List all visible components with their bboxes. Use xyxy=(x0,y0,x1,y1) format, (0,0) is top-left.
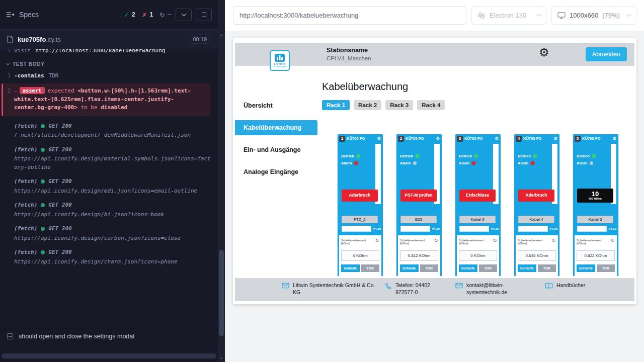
footer-manuals[interactable]: Handbücher xyxy=(545,282,585,289)
command-arg: http://localhost:3000/kabelueberwachung xyxy=(35,49,165,55)
test-checkbox-icon xyxy=(7,333,13,339)
scroll-up-icon[interactable]: ▲ xyxy=(218,33,225,36)
fetch-log-entry[interactable]: (fetch)GET 200 https://api.iconify.desig… xyxy=(0,222,215,245)
failed-assert-entry[interactable]: 2 -assertexpected <button.w-[50%].h-[1.5… xyxy=(2,83,211,116)
tdr-button[interactable]: TDR xyxy=(361,264,380,272)
cable-name: Kabel 3 xyxy=(459,216,496,223)
device-gear-icon[interactable]: ⚙ xyxy=(377,136,381,141)
betrieb-led xyxy=(357,154,360,158)
device-gear-icon[interactable]: ⚙ xyxy=(495,136,499,141)
passed-count: ✓2 xyxy=(124,11,135,19)
settings-gear-icon[interactable]: ⚙ xyxy=(539,46,549,59)
sidebar-item-ein-und-ausgaenge[interactable]: Ein- und Ausgänge xyxy=(235,142,317,157)
betrieb-led xyxy=(474,154,478,158)
visit-command[interactable]: 1 visit http://localhost:3000/kabelueber… xyxy=(0,49,215,57)
status-banner: Aderbruch xyxy=(518,190,554,202)
device-field xyxy=(518,226,548,232)
device-field xyxy=(342,226,371,232)
scroll-down-icon[interactable]: ▼ xyxy=(218,357,225,360)
betrieb-led xyxy=(416,154,419,158)
schleife-button[interactable]: Schleife xyxy=(341,264,360,272)
horizontal-scrollbar-thumb[interactable] xyxy=(2,353,216,358)
next-test-row[interactable]: should open and close the settings modal xyxy=(0,327,218,345)
pending-icon: ↻ xyxy=(159,11,165,19)
specs-menu[interactable]: Specs xyxy=(6,11,39,19)
spec-file-row[interactable]: kue705fo.cy.ts 00:19 xyxy=(0,29,218,49)
tdr-button[interactable]: TDR xyxy=(597,264,615,272)
sidebar-item-kabelueberwachung[interactable]: Kabelüberwachung xyxy=(235,120,317,135)
browser-label: Electron 130 xyxy=(490,12,526,19)
device-gear-icon[interactable]: ⚙ xyxy=(436,136,440,141)
device-gear-icon[interactable]: ⚙ xyxy=(612,136,617,141)
tdr-button[interactable]: TDR xyxy=(479,264,498,272)
browser-select[interactable]: Electron 130 xyxy=(471,6,546,25)
spec-file-icon xyxy=(7,36,13,43)
schleife-button[interactable]: Schleife xyxy=(518,264,536,272)
footer-email[interactable]: kontakt@littwin-systemtechnik.de xyxy=(455,282,544,296)
device-gear-icon[interactable]: ⚙ xyxy=(553,136,558,141)
device-number-badge: 4 xyxy=(516,136,522,142)
fetch-body: (fetch)GET 200 https://api.iconify.desig… xyxy=(14,201,164,219)
status-banner: PST-M prüfen xyxy=(400,190,437,202)
resistance-value: 0 KOhm xyxy=(459,250,497,261)
measurement-label: Schleifenwiderstand [kOhm] xyxy=(400,239,434,245)
refresh-icon[interactable]: ↻ xyxy=(611,239,615,243)
fetch-log-entry[interactable]: (fetch)GET 200 https://api.iconify.desig… xyxy=(0,198,215,222)
horizontal-scrollbar[interactable] xyxy=(0,353,218,358)
fetch-log-entry[interactable]: (fetch)GET 200 /_next/static/development… xyxy=(0,119,215,143)
phone-icon xyxy=(385,283,392,290)
assert-message: -assertexpected <button.w-[50%].h-[1.563… xyxy=(14,87,207,112)
iso-unit: ISO MOhm xyxy=(589,198,602,201)
fetch-log-entry[interactable]: (fetch)GET 200 https://api.iconify.desig… xyxy=(0,245,215,269)
contains-command[interactable]: 1 -contains TDR xyxy=(0,70,215,82)
fetch-log-entry[interactable]: (fetch)GET 200 https://api.iconify.desig… xyxy=(0,174,215,198)
vertical-scrollbar-thumb[interactable] xyxy=(219,250,224,336)
device-number-badge: 2 xyxy=(398,136,404,142)
stop-tests-button[interactable] xyxy=(196,9,212,21)
tab-rack-3[interactable]: Rack 3 xyxy=(385,100,413,110)
logo-text: LITTWIN xyxy=(274,62,285,65)
line-number: 2 xyxy=(3,87,14,112)
resistance-value: 0 KOhm xyxy=(341,250,379,261)
specs-label: Specs xyxy=(19,11,39,19)
schleife-button[interactable]: Schleife xyxy=(459,264,477,272)
alarm-led xyxy=(590,161,593,165)
refresh-icon[interactable]: ↻ xyxy=(375,239,379,243)
tab-rack-4[interactable]: Rack 4 xyxy=(417,100,445,110)
viewport-size-select[interactable]: 1000x660 (79%) xyxy=(551,6,636,25)
betrieb-label: Betrieb xyxy=(400,154,413,158)
specs-list-icon xyxy=(6,12,15,18)
measurement-panel: Schleifenwiderstand [kOhm]↻ 0.822 KOhm S… xyxy=(575,235,617,276)
refresh-icon[interactable]: ↻ xyxy=(434,239,438,243)
device-field xyxy=(400,226,430,232)
firmware-version: V4.19 xyxy=(491,227,499,230)
url-input[interactable] xyxy=(233,6,466,25)
fetch-log-entry[interactable]: (fetch)GET 200 https://api.iconify.desig… xyxy=(0,143,215,175)
line-number xyxy=(3,201,14,219)
alarm-led xyxy=(531,161,534,165)
schleife-button[interactable]: Schleife xyxy=(400,264,419,272)
tab-rack-1[interactable]: Rack 1 xyxy=(322,100,350,110)
refresh-icon[interactable]: ↻ xyxy=(552,239,556,243)
success-dot-icon xyxy=(41,124,45,128)
refresh-icon[interactable]: ↻ xyxy=(493,239,497,243)
status-banner: Erdschluss xyxy=(459,190,496,202)
schleife-button[interactable]: Schleife xyxy=(577,264,595,272)
logout-button[interactable]: Abmelden xyxy=(586,47,627,61)
vertical-scrollbar[interactable]: ▲ ▼ xyxy=(218,0,225,362)
station-value: CPLV4_Maschen xyxy=(327,55,371,61)
fetch-body: (fetch)GET 200 https://api.iconify.desig… xyxy=(14,177,197,195)
fetch-body: (fetch)GET 200 https://api.iconify.desig… xyxy=(14,248,178,266)
device-card: 4 KÜ705-FO ⚙ Betrieb Alarm Aderbruch Kab… xyxy=(514,134,559,276)
collapse-runner-button[interactable] xyxy=(176,9,192,21)
line-number xyxy=(3,177,14,195)
test-body-section[interactable]: TEST BODY xyxy=(0,57,215,70)
tab-rack-2[interactable]: Rack 2 xyxy=(354,100,381,110)
tdr-button[interactable]: TDR xyxy=(538,264,556,272)
tdr-button[interactable]: TDR xyxy=(420,264,439,272)
cable-name: Kabel 5 xyxy=(577,216,613,223)
sidebar-item-uebersicht[interactable]: Übersicht xyxy=(235,98,317,113)
betrieb-label: Betrieb xyxy=(459,154,472,158)
command-arg: TDR xyxy=(49,72,59,80)
sidebar-item-analoge-eingaenge[interactable]: Analoge Eingänge xyxy=(235,164,317,179)
